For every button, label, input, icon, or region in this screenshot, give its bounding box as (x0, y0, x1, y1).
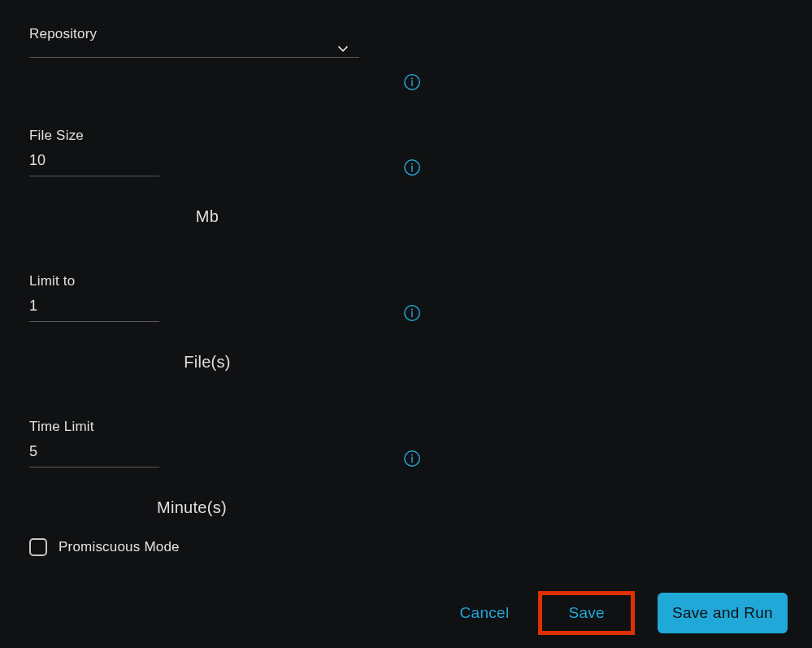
file-size-unit: Mb (29, 207, 385, 226)
repository-select[interactable] (29, 47, 359, 58)
info-icon[interactable] (403, 159, 421, 176)
file-size-label: File Size (29, 128, 783, 144)
svg-point-8 (411, 308, 413, 310)
info-icon[interactable] (403, 73, 421, 91)
info-icon[interactable] (403, 304, 421, 322)
limit-to-label: Limit to (29, 273, 783, 289)
save-button[interactable]: Save (538, 591, 635, 635)
time-limit-input-line (29, 440, 783, 468)
svg-point-5 (411, 163, 413, 164)
time-limit-unit: Minute(s) (29, 498, 354, 517)
file-size-input[interactable] (29, 149, 159, 176)
repository-input-line (29, 47, 783, 58)
time-limit-input[interactable] (29, 440, 159, 468)
limit-to-input-line (29, 294, 783, 322)
promiscuous-mode-label: Promiscuous Mode (59, 539, 180, 555)
svg-point-2 (411, 77, 413, 79)
promiscuous-mode-row: Promiscuous Mode (29, 538, 783, 556)
file-size-input-line (29, 149, 783, 176)
promiscuous-mode-checkbox[interactable] (29, 538, 47, 556)
time-limit-field: Time Limit Minute(s) (29, 419, 783, 517)
time-limit-label: Time Limit (29, 419, 783, 435)
info-icon[interactable] (403, 450, 421, 468)
chevron-down-icon (335, 41, 351, 59)
repository-label: Repository (29, 26, 783, 42)
save-and-run-button[interactable]: Save and Run (658, 593, 788, 633)
repository-field: Repository (29, 26, 783, 58)
limit-to-input[interactable] (29, 294, 159, 322)
cancel-button[interactable]: Cancel (454, 596, 516, 630)
svg-point-11 (411, 454, 413, 455)
button-row: Cancel Save Save and Run (454, 591, 788, 635)
file-size-field: File Size Mb (29, 128, 783, 226)
limit-to-unit: File(s) (29, 353, 385, 372)
limit-to-field: Limit to File(s) (29, 273, 783, 372)
